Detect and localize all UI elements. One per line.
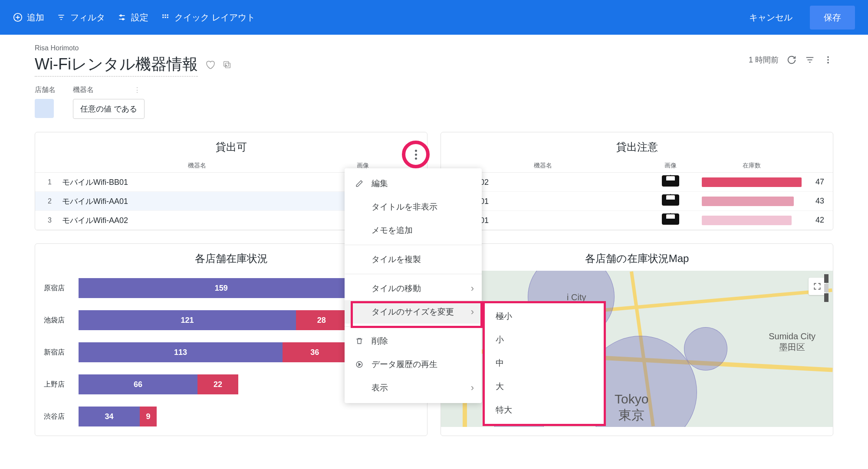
save-button[interactable]: 保存 <box>810 6 855 30</box>
tile-warning-title: 貸出注意 <box>441 132 833 159</box>
more-vert-icon <box>415 150 417 160</box>
tile-warning: 貸出注意 機器名 画像 在庫数 ルWifi-AA02 47ルWifi-AA01 … <box>441 132 833 230</box>
menu-delete[interactable]: 削除 <box>345 329 482 353</box>
time-ago: 1 時間前 <box>749 55 779 65</box>
menu-add-memo-label: メモを追加 <box>372 225 413 236</box>
svg-rect-15 <box>167 17 168 18</box>
svg-marker-27 <box>359 363 361 366</box>
table-warning: 機器名 画像 在庫数 ルWifi-AA02 47ルWifi-AA01 43ルWi… <box>441 159 833 230</box>
menu-view-label: 表示 <box>372 382 388 394</box>
submenu-m[interactable]: 中 <box>483 351 606 375</box>
menu-add-memo[interactable]: メモを追加 <box>345 219 482 242</box>
menu-hide-title[interactable]: タイトルを非表示 <box>345 195 482 219</box>
svg-rect-14 <box>165 17 166 18</box>
add-button[interactable]: 追加 <box>13 12 44 23</box>
filter-store-chip[interactable] <box>35 99 54 118</box>
pencil-icon <box>355 180 364 187</box>
menu-move-label: タイルの移動 <box>372 283 421 294</box>
menu-divider <box>345 245 482 245</box>
svg-point-9 <box>122 19 124 20</box>
table-row[interactable]: ルWifi-AA01 43 <box>441 192 833 211</box>
quick-layout-label: クイック レイアウト <box>174 12 255 23</box>
menu-duplicate[interactable]: タイルを複製 <box>345 248 482 271</box>
filter-store: 店舗名 <box>35 85 56 118</box>
table-row[interactable]: ルWifi-AA02 47 <box>441 173 833 192</box>
device-icon <box>662 213 679 225</box>
filter-device-label: 機器名 <box>73 85 94 95</box>
menu-hide-title-label: タイトルを非表示 <box>372 201 437 213</box>
device-icon <box>662 175 679 187</box>
filters: 店舗名 機器名 ⋮ 任意の値 である <box>0 77 868 119</box>
copy-icon[interactable] <box>222 60 232 71</box>
resize-submenu: 極小 小 中 大 特大 <box>483 301 606 425</box>
menu-delete-label: 削除 <box>372 335 388 347</box>
svg-rect-10 <box>162 14 164 16</box>
menu-resize-label: タイルのサイズを変更 <box>372 306 454 318</box>
menu-replay[interactable]: データ履歴の再生 <box>345 353 482 376</box>
cancel-button[interactable]: キャンセル <box>740 7 801 29</box>
map-label-tokyo: Tokyo東京 <box>615 392 648 424</box>
heart-icon[interactable] <box>205 59 215 72</box>
submenu-xl[interactable]: 特大 <box>483 398 606 422</box>
submenu-l[interactable]: 大 <box>483 375 606 398</box>
menu-divider <box>345 274 482 274</box>
filter-store-label: 店舗名 <box>35 85 56 95</box>
table-row[interactable]: ルWifi-BB01 42 <box>441 211 833 230</box>
play-circle-icon <box>355 361 364 368</box>
scale-bar <box>824 274 829 302</box>
filter-button[interactable]: フィルタ <box>56 12 105 23</box>
filter-icon <box>56 13 66 22</box>
context-menu: 編集 タイトルを非表示 メモを追加 タイルを複製 タイルの移動 タイルのサイズを… <box>345 168 482 403</box>
header-left: 追加 フィルタ 設定 クイック レイアウト <box>13 12 255 23</box>
device-icon <box>662 194 679 206</box>
submenu-s[interactable]: 小 <box>483 328 606 351</box>
col-image: 画像 <box>644 159 697 173</box>
page-header: Risa Horimoto Wi-Fiレンタル機器情報 1 時間前 <box>0 35 868 77</box>
menu-edit-label: 編集 <box>372 178 388 189</box>
svg-point-25 <box>827 62 829 64</box>
svg-point-7 <box>120 15 122 16</box>
fullscreen-button[interactable] <box>809 278 826 295</box>
refresh-icon[interactable] <box>786 55 797 65</box>
svg-rect-12 <box>167 14 168 16</box>
menu-move[interactable]: タイルの移動 <box>345 277 482 300</box>
settings-label: 設定 <box>131 12 148 23</box>
owner-name: Risa Horimoto <box>35 44 833 52</box>
page-title[interactable]: Wi-Fiレンタル機器情報 <box>35 54 198 77</box>
map-label: Sumida City墨田区 <box>769 331 815 353</box>
filter-list-icon[interactable] <box>805 55 815 65</box>
trash-icon <box>355 337 364 345</box>
filter-label: フィルタ <box>70 12 105 23</box>
quick-layout-button[interactable]: クイック レイアウト <box>161 12 255 23</box>
tile-map-title: 各店舗の在庫状況Map <box>441 244 833 271</box>
filter-more-icon[interactable]: ⋮ <box>134 86 141 94</box>
col-name: 機器名 <box>57 159 337 173</box>
more-vert-icon[interactable] <box>823 55 833 65</box>
svg-point-24 <box>827 59 829 61</box>
menu-divider <box>345 326 482 327</box>
bar-row: 渋谷店349 <box>44 403 418 430</box>
col-stock: 在庫数 <box>697 159 807 173</box>
settings-button[interactable]: 設定 <box>117 12 148 23</box>
menu-view[interactable]: 表示 <box>345 376 482 400</box>
svg-rect-13 <box>162 17 164 18</box>
filter-device-chip[interactable]: 任意の値 である <box>73 99 145 119</box>
filter-device: 機器名 ⋮ 任意の値 である <box>73 85 145 119</box>
tile-menu-button[interactable] <box>402 141 430 168</box>
tile-available-title: 貸出可 <box>35 132 427 159</box>
menu-replay-label: データ履歴の再生 <box>372 359 437 370</box>
add-label: 追加 <box>27 12 44 23</box>
header-right: キャンセル 保存 <box>740 6 855 30</box>
plus-circle-icon <box>13 13 23 22</box>
svg-point-23 <box>827 56 829 58</box>
menu-edit[interactable]: 編集 <box>345 172 482 195</box>
top-header: 追加 フィルタ 設定 クイック レイアウト キャンセル 保存 <box>0 0 868 35</box>
svg-rect-11 <box>165 14 166 16</box>
grid-icon <box>161 13 170 22</box>
header-actions: 1 時間前 <box>749 55 833 65</box>
sliders-icon <box>117 13 127 22</box>
menu-duplicate-label: タイルを複製 <box>372 254 421 265</box>
title-row: Wi-Fiレンタル機器情報 <box>35 54 833 77</box>
submenu-xs[interactable]: 極小 <box>483 305 606 328</box>
menu-resize[interactable]: タイルのサイズを変更 <box>345 300 482 324</box>
